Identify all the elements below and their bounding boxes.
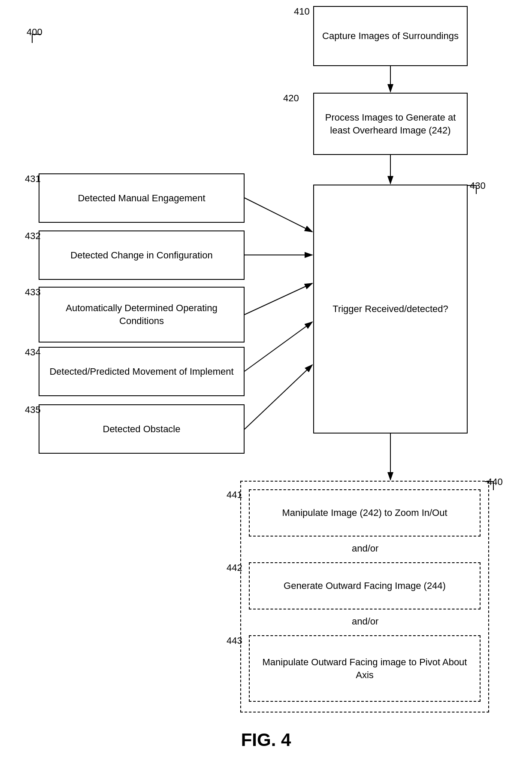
ref-420-label: 420 [283, 93, 299, 104]
ref-434-label: 434 [25, 347, 41, 358]
box-431: Detected Manual Engagement [39, 173, 245, 223]
box-443: Manipulate Outward Facing image to Pivot… [249, 635, 481, 702]
ref-442-label: 442 [227, 562, 242, 573]
svg-line-3 [245, 198, 312, 232]
svg-line-6 [245, 322, 312, 371]
box-433: Automatically Determined Operating Condi… [39, 287, 245, 343]
andor-2-label: and/or [352, 616, 378, 627]
box-441: Manipulate Image (242) to Zoom In/Out [249, 489, 481, 537]
ref-400-label: 400 [27, 27, 42, 38]
svg-line-7 [245, 365, 312, 429]
box-435: Detected Obstacle [39, 404, 245, 454]
box-410: Capture Images of Surroundings [313, 6, 468, 66]
ref-432-label: 432 [25, 230, 41, 242]
svg-line-5 [245, 283, 312, 315]
ref-443-label: 443 [227, 635, 242, 646]
ref-441-label: 441 [227, 489, 242, 500]
ref-430-label: 430 [470, 180, 486, 191]
box-434: Detected/Predicted Movement of Implement [39, 347, 245, 396]
figure-label: FIG. 4 [206, 730, 326, 750]
box-420: Process Images to Generate at least Over… [313, 93, 468, 155]
box-432: Detected Change in Configuration [39, 230, 245, 280]
ref-435-label: 435 [25, 404, 41, 415]
ref-410-label: 410 [294, 6, 310, 17]
ref-431-label: 431 [25, 173, 41, 185]
andor-1-label: and/or [352, 543, 378, 554]
ref-440-label: 440 [487, 476, 503, 488]
box-442: Generate Outward Facing Image (244) [249, 562, 481, 609]
box-430: Trigger Received/detected? [313, 185, 468, 434]
ref-433-label: 433 [25, 287, 41, 298]
